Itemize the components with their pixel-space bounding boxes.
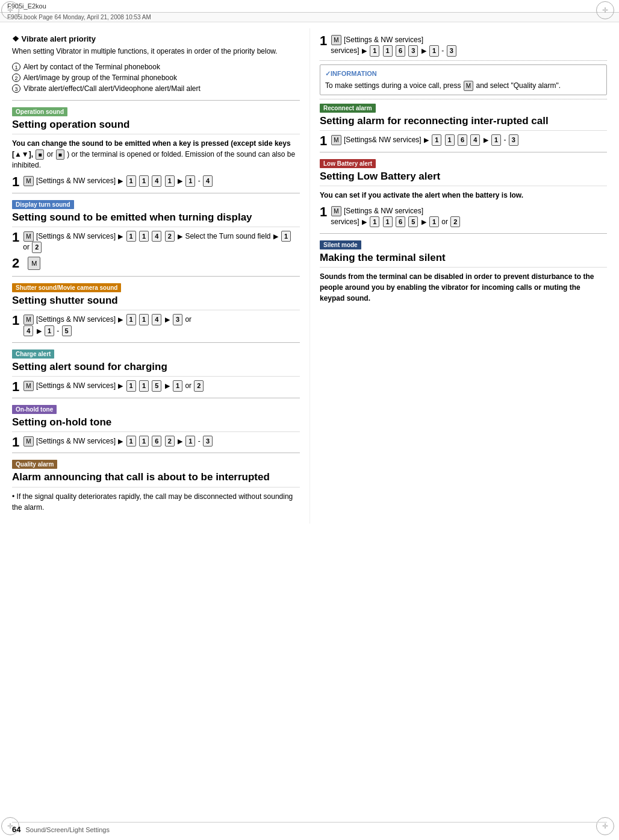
sep-1 — [12, 100, 300, 101]
information-box: ✓INFORMATION To make settings during a v… — [320, 64, 607, 96]
reconnect-alarm-badge: Reconnect alarm — [320, 104, 376, 113]
circle-num-2: 2 — [12, 74, 20, 82]
shutter-step1-content: M [Settings & NW services] ▶ 1 1 4 ▶ 3 o… — [23, 314, 300, 336]
quality-alarm-bullet: • If the signal quality deteriorates rap… — [12, 491, 300, 513]
quality-alarm-section: Quality alarm Alarm announcing that call… — [12, 459, 300, 512]
vibrate-alert-body: When setting Vibrator in multiple functi… — [12, 46, 300, 57]
right-sep-4 — [320, 233, 607, 234]
op-menu-icon: M — [23, 176, 33, 186]
right-step1-num: 1 — [320, 34, 327, 48]
content-area: ❖ Vibrate alert priority When setting Vi… — [0, 22, 619, 530]
reconnect-alarm-title: Setting alarm for reconnecting inter-rup… — [320, 114, 607, 131]
right-step1-content: M [Settings & NW services] services] ▶ 1… — [331, 34, 607, 57]
charge-alert-section: Charge alert Setting alert sound for cha… — [12, 349, 300, 392]
right-sep-2 — [320, 99, 607, 99]
reconnect-step1: 1 M [Settings& NW services] ▶ 1 1 6 4 ▶ … — [320, 134, 607, 146]
reconnect-step1-content: M [Settings& NW services] ▶ 1 1 6 4 ▶ 1 … — [331, 134, 607, 146]
vibrate-alert-title: ❖ Vibrate alert priority — [12, 34, 300, 43]
on-hold-tone-section: On-hold tone Setting on-hold tone 1 M [S… — [12, 404, 300, 447]
operation-sound-section: Operation sound Setting operation sound … — [12, 107, 300, 187]
on-hold-step1: 1 M [Settings & NW services] ▶ 1 1 6 2 ▶… — [12, 436, 300, 447]
sep-2 — [12, 193, 300, 193]
reconnect-menu-icon: M — [331, 135, 341, 145]
corner-tr: ✛ — [596, 1, 618, 23]
silent-mode-body: Sounds from the terminal can be disabled… — [320, 271, 607, 304]
information-content: To make settings during a voice call, pr… — [325, 80, 602, 91]
circle-num-1: 1 — [12, 63, 20, 71]
disp-step2-icon: M — [28, 257, 40, 271]
top-bar: F905i_E2kou — [0, 0, 619, 13]
low-battery-badge: Low Battery alert — [320, 159, 376, 168]
operation-sound-body-mid: or — [47, 150, 54, 158]
footer-label: Sound/Screen/Light Settings — [25, 826, 109, 833]
display-turn-sound-badge: Display turn sound — [12, 200, 74, 209]
operation-sound-badge: Operation sound — [12, 107, 67, 116]
disp-step1-num: 1 — [12, 231, 19, 244]
corner-tr-circle: ✛ — [596, 1, 614, 19]
sep-5 — [12, 398, 300, 398]
page-number: 64 — [12, 825, 20, 834]
low-battery-step1: 1 M [Settings & NW services] services] ▶… — [320, 205, 607, 228]
right-sep-3 — [320, 152, 607, 152]
right-sep-1 — [320, 60, 607, 61]
shutter-step1: 1 M [Settings & NW services] ▶ 1 1 4 ▶ 3… — [12, 314, 300, 336]
on-hold-tone-badge: On-hold tone — [12, 405, 57, 414]
corner-tl: ✛ — [1, 1, 23, 23]
charge-step1-content: M [Settings & NW services] ▶ 1 1 5 ▶ 1 o… — [23, 380, 300, 392]
info-menu-icon: M — [464, 81, 473, 91]
low-battery-menu-icon: M — [331, 206, 341, 216]
shutter-sound-title: Setting shutter sound — [12, 294, 300, 310]
low-battery-section: Low Battery alert Setting Low Battery al… — [320, 158, 607, 228]
shutter-step1-num: 1 — [12, 314, 19, 327]
op-step-num: 1 — [12, 175, 19, 189]
info-bullet-end: and select "Quality alarm". — [476, 81, 561, 90]
disp-step2-num: 2 — [12, 257, 19, 270]
disp-step1-content: M [Settings & NW services] ▶ 1 1 4 2 ▶ S… — [23, 231, 300, 253]
side-key-icon-2: ■ — [56, 149, 64, 160]
disp-step2-content: M — [23, 257, 300, 271]
vibrate-item-3: 3 Vibrate alert/effect/Call alert/Videop… — [12, 83, 300, 94]
page-wrapper: ✛ ✛ ✛ ✛ F905i_E2kou F905i.book Page 64 M… — [0, 0, 619, 840]
low-battery-body-text: You can set if you activate the alert wh… — [320, 191, 523, 199]
sep-3 — [12, 276, 300, 277]
side-key-icon-1: ■ — [36, 149, 44, 160]
on-hold-menu-icon: M — [23, 436, 33, 447]
charge-alert-badge: Charge alert — [12, 349, 54, 359]
display-step2: 2 M — [12, 257, 300, 271]
silent-mode-badge: Silent mode — [320, 240, 361, 249]
right-column: 1 M [Settings & NW services] services] ▶… — [310, 28, 619, 524]
print-info: F905i.book Page 64 Monday, April 21, 200… — [7, 14, 151, 20]
charge-menu-icon: M — [23, 381, 33, 391]
charge-step1-num: 1 — [12, 380, 19, 393]
operation-sound-step1: 1 M [Settings & NW services] ▶ 1 1 4 1 ▶… — [12, 175, 300, 187]
charge-alert-title: Setting alert sound for charging — [12, 360, 300, 377]
op-step-content: M [Settings & NW services] ▶ 1 1 4 1 ▶ 1… — [23, 175, 300, 187]
information-badge: ✓INFORMATION — [325, 69, 602, 79]
vibrate-item-2: 2 Alert/image by group of the Terminal p… — [12, 72, 300, 83]
page-footer: 64 Sound/Screen/Light Settings — [12, 822, 607, 834]
info-bullet-text: To make settings during a voice call, pr… — [325, 81, 461, 90]
vibrate-alert-section: ❖ Vibrate alert priority When setting Vi… — [12, 34, 300, 94]
display-turn-sound-title: Setting sound to be emitted when turning… — [12, 211, 300, 227]
print-bar: F905i.book Page 64 Monday, April 21, 200… — [0, 13, 619, 22]
sep-6 — [12, 453, 300, 453]
silent-mode-title: Making the terminal silent — [320, 251, 607, 268]
silent-mode-section: Silent mode Making the terminal silent S… — [320, 240, 607, 304]
low-battery-title: Setting Low Battery alert — [320, 170, 607, 186]
corner-tl-circle: ✛ — [1, 1, 19, 19]
shutter-menu-icon: M — [23, 315, 33, 325]
low-battery-step1-content: M [Settings & NW services] services] ▶ 1… — [331, 205, 607, 228]
shutter-sound-section: Shutter sound/Movie camera sound Setting… — [12, 283, 300, 336]
reconnect-step1-num: 1 — [320, 134, 327, 148]
op-step-text1: [Settings & NW services] — [36, 177, 117, 185]
on-hold-step1-content: M [Settings & NW services] ▶ 1 1 6 2 ▶ 1… — [23, 436, 300, 447]
quality-alarm-title: Alarm announcing that call is about to b… — [12, 471, 300, 487]
on-hold-step1-num: 1 — [12, 436, 19, 449]
reconnect-alarm-section: Reconnect alarm Setting alarm for reconn… — [320, 103, 607, 146]
sep-4 — [12, 342, 300, 343]
disp-menu-icon: M — [23, 231, 33, 242]
on-hold-tone-title: Setting on-hold tone — [12, 416, 300, 432]
shutter-sound-badge: Shutter sound/Movie camera sound — [12, 283, 121, 292]
low-battery-step1-num: 1 — [320, 205, 327, 219]
silent-mode-body-text: Sounds from the terminal can be disabled… — [320, 272, 594, 302]
